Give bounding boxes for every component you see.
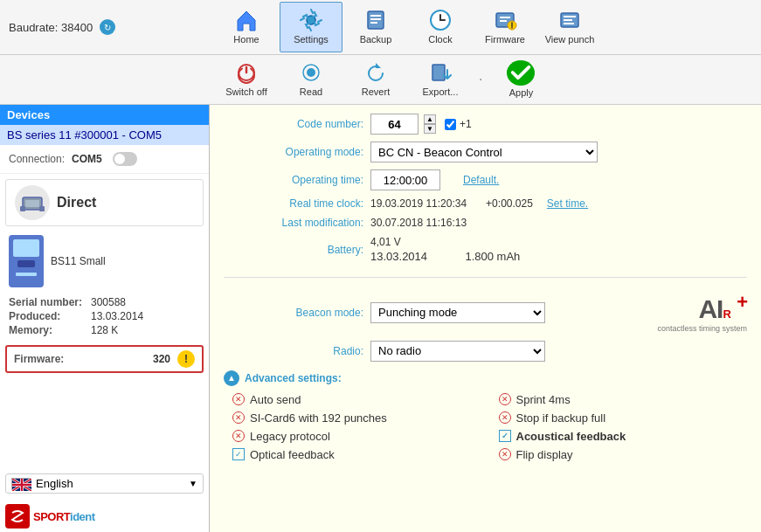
home-label: Home — [233, 34, 259, 45]
real-time-row: 19.03.2019 11:20:34 +0:00.025 Set time. — [370, 197, 747, 210]
firmware-button[interactable]: Firmware — [474, 2, 536, 52]
stop-backup-label: Stop if backup full — [516, 411, 606, 425]
svg-rect-13 — [564, 23, 574, 24]
svg-rect-12 — [564, 19, 572, 21]
device-item[interactable]: BS series 11 #300001 - COM5 — [0, 125, 209, 145]
right-panel: Code number: ▲ ▼ +1 Operating mode: BC C… — [210, 105, 761, 532]
language-selector[interactable]: English ▼ — [5, 473, 204, 494]
svg-rect-3 — [370, 18, 381, 20]
svg-rect-4 — [370, 22, 377, 24]
device-bar — [16, 273, 37, 276]
svg-marker-17 — [376, 63, 381, 68]
memory-label: Memory: — [9, 324, 87, 336]
toolbar: Baudrate: 38400 ↻ Home Settings Backup C… — [0, 0, 761, 105]
produced-label: Produced: — [9, 310, 87, 322]
operating-mode-label: Operating mode: — [224, 146, 363, 158]
operating-time-input[interactable] — [370, 169, 440, 190]
clock-button[interactable]: Clock — [409, 2, 472, 52]
refresh-icon[interactable]: ↻ — [100, 19, 115, 35]
svg-rect-21 — [20, 206, 25, 211]
backup-button[interactable]: Backup — [344, 2, 407, 52]
svg-rect-18 — [432, 65, 445, 80]
apply-button[interactable]: Apply — [489, 57, 552, 102]
last-mod-row: 30.07.2018 11:16:13 — [370, 217, 747, 229]
real-time-value: 19.03.2019 11:20:34 — [370, 197, 467, 210]
home-button[interactable]: Home — [215, 2, 278, 52]
code-spinners: ▲ ▼ — [424, 114, 436, 134]
real-time-offset: +0:00.025 — [486, 197, 533, 210]
option-auto-send: ✕ Auto send — [232, 393, 481, 406]
sprint-4ms-icon: ✕ — [499, 393, 511, 405]
panel-title: Devices — [0, 105, 209, 125]
export-button[interactable]: Export... — [409, 57, 472, 102]
svg-rect-7 — [500, 17, 510, 18]
separator: · — [479, 72, 482, 87]
switchoff-button[interactable]: Switch off — [215, 57, 278, 102]
advanced-label: Advanced settings: — [245, 372, 342, 384]
language-label: English — [36, 477, 73, 490]
serial-label: Serial number: — [9, 296, 87, 308]
radio-select[interactable]: No radio — [370, 341, 545, 362]
beacon-mode-select[interactable]: Punching mode — [370, 302, 545, 323]
option-optical: ✓ Optical feedback — [232, 448, 481, 461]
advanced-section: ▲ Advanced settings: ✕ Auto send ✕ Sprin… — [224, 370, 747, 461]
svg-rect-8 — [500, 20, 507, 22]
code-spin-up[interactable]: ▲ — [424, 114, 436, 124]
battery-date-mah: 13.03.2014 1.800 mAh — [370, 250, 520, 263]
flag-icon — [11, 478, 31, 490]
viewpunch-label: View punch — [545, 34, 595, 45]
auto-send-label: Auto send — [250, 393, 301, 406]
connection-row: Connection: COM5 — [0, 145, 209, 174]
device-image — [9, 235, 44, 287]
info-grid: Serial number: 300588 Produced: 13.03.20… — [0, 291, 209, 342]
left-panel: Devices BS series 11 #300001 - COM5 Conn… — [0, 105, 210, 532]
last-mod-value: 30.07.2018 11:16:13 — [370, 217, 467, 229]
firmware-row: Firmware: 320 ! — [5, 345, 204, 373]
connection-toggle[interactable] — [113, 152, 137, 166]
firmware-label: Firmware: — [14, 353, 153, 365]
si-icon — [5, 504, 30, 529]
advanced-header: ▲ Advanced settings: — [224, 370, 747, 386]
connection-label: Connection: — [9, 153, 65, 165]
direct-icon — [15, 185, 50, 220]
option-acoustical: ✓ Acoustical feedback — [499, 430, 748, 443]
clock-label: Clock — [428, 34, 453, 45]
divider1 — [224, 277, 747, 278]
toolbar-row1: Baudrate: 38400 ↻ Home Settings Backup C… — [0, 0, 761, 55]
option-flip: ✕ Flip display — [499, 448, 748, 461]
sportident-label: SPORTident — [33, 508, 95, 524]
code-spin-down[interactable]: ▼ — [424, 124, 436, 134]
revert-button[interactable]: Revert — [344, 57, 407, 102]
spacer — [0, 377, 209, 466]
battery-mah: 1.800 mAh — [465, 250, 520, 263]
settings-button[interactable]: Settings — [280, 2, 342, 52]
code-number-input[interactable] — [370, 114, 419, 135]
optical-icon: ✓ — [232, 448, 245, 460]
read-label: Read — [300, 86, 322, 98]
connection-value: COM5 — [72, 153, 102, 165]
svg-rect-20 — [25, 200, 39, 207]
export-label: Export... — [423, 86, 459, 98]
battery-date: 13.03.2014 — [370, 250, 427, 263]
battery-row: 4,01 V 13.03.2014 1.800 mAh — [370, 236, 747, 263]
code-number-row: ▲ ▼ +1 — [370, 114, 747, 135]
read-button[interactable]: Read — [280, 57, 342, 102]
sport-label: SPORT — [33, 510, 70, 523]
last-mod-label: Last modification: — [224, 217, 363, 229]
code-checkbox[interactable] — [445, 119, 456, 130]
set-time-link[interactable]: Set time. — [547, 197, 588, 210]
beacon-mode-label: Beacon mode: — [224, 307, 363, 319]
viewpunch-button[interactable]: View punch — [538, 2, 601, 52]
default-link[interactable]: Default. — [463, 174, 499, 186]
flip-label: Flip display — [516, 448, 573, 461]
advanced-expand-button[interactable]: ▲ — [224, 370, 239, 386]
firmware-warning-icon: ! — [177, 350, 195, 368]
operating-mode-select[interactable]: BC CN - Beacon Control — [370, 142, 598, 162]
real-time-label: Real time clock: — [224, 197, 363, 210]
switchoff-label: Switch off — [225, 86, 267, 98]
si-card6-label: SI-Card6 with 192 punches — [250, 411, 387, 425]
device-screen — [13, 239, 39, 257]
memory-value: 128 K — [91, 324, 200, 336]
svg-point-16 — [307, 68, 315, 77]
option-sprint-4ms: ✕ Sprint 4ms — [499, 393, 748, 406]
